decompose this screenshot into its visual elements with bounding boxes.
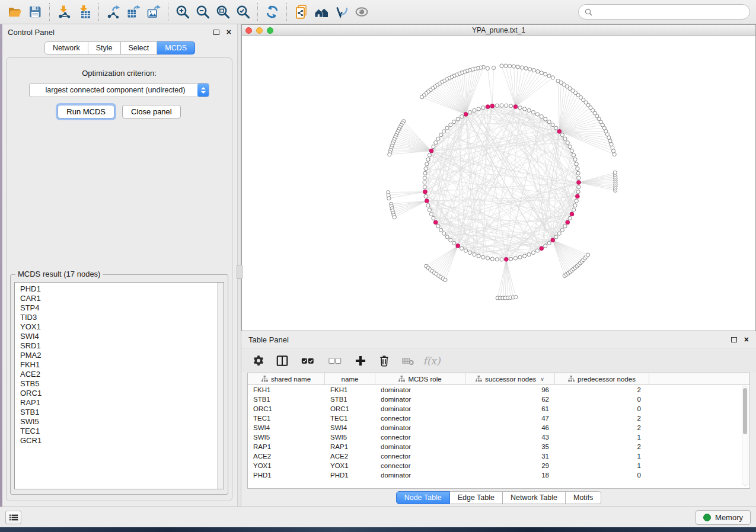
cell-shared_name: SWI5 [248, 432, 325, 442]
mcds-result-item[interactable]: ORC1 [20, 389, 224, 398]
criterion-value: largest connected component (undirected) [30, 86, 197, 94]
cell-mcds_role: connector [375, 451, 465, 461]
mcds-result-item[interactable]: ACE2 [20, 370, 224, 379]
cell-successor: 35 [465, 442, 555, 451]
table-row[interactable]: SWI5SWI5connector431 [248, 432, 749, 442]
zoom-selected-button[interactable] [233, 2, 253, 21]
tab-style[interactable]: Style [88, 41, 121, 55]
zoom-out-button[interactable] [193, 2, 213, 21]
tab-select[interactable]: Select [121, 41, 158, 55]
mcds-result-item[interactable]: SWI4 [20, 332, 224, 341]
mcds-result-item[interactable]: SWI5 [20, 417, 224, 427]
column-header-successor-nodes[interactable]: successor nodes∨ [465, 373, 555, 384]
run-mcds-button[interactable]: Run MCDS [58, 105, 114, 118]
table-tab-motifs[interactable]: Motifs [566, 491, 601, 504]
add-column-button[interactable] [352, 352, 369, 370]
network-window-titlebar[interactable]: YPA_prune.txt_1 [242, 25, 755, 36]
table-row[interactable]: ORC1ORC1dominator610 [248, 404, 749, 414]
mcds-result-list[interactable]: PHD1CAR1STP4TID3YOX1SWI4SRD1PMA2FKH1ACE2… [14, 282, 224, 489]
refresh-button[interactable] [262, 2, 282, 21]
sort-desc-icon: ∨ [540, 376, 544, 382]
home-button[interactable] [311, 2, 331, 21]
cell-mcds_role: dominator [375, 395, 465, 404]
settings-button[interactable] [250, 352, 267, 370]
list-icon [9, 514, 18, 521]
control-panel: Control Panel × NetworkStyleSelectMCDS O… [2, 24, 237, 507]
mcds-result-item[interactable]: STB5 [20, 379, 224, 389]
search-input[interactable] [595, 8, 744, 16]
function-builder-button: f(x) [423, 352, 441, 370]
column-header-shared-name[interactable]: shared name [248, 373, 325, 384]
mcds-result-item[interactable]: PHD1 [20, 284, 224, 294]
close-panel-button[interactable]: × [227, 29, 231, 35]
cell-predecessor: 1 [555, 432, 649, 442]
table-row[interactable]: ACE2ACE2connector311 [248, 451, 749, 461]
export-network-button[interactable] [103, 2, 123, 21]
save-session-button[interactable] [25, 2, 45, 21]
table-tab-node-table[interactable]: Node Table [396, 491, 450, 504]
share-document-button[interactable] [291, 2, 311, 21]
mcds-result-item[interactable]: SRD1 [20, 341, 224, 351]
search-field[interactable] [578, 4, 750, 20]
mcds-result-item[interactable]: RAP1 [20, 398, 224, 408]
list-scrollbar[interactable] [217, 283, 224, 489]
mcds-result-item[interactable]: PMA2 [20, 351, 224, 360]
table-panel-title: Table Panel [248, 335, 731, 344]
table-scrollbar[interactable] [742, 386, 748, 486]
criterion-dropdown[interactable]: largest connected component (undirected) [29, 83, 209, 97]
table-float-button[interactable] [731, 337, 737, 342]
tab-mcds[interactable]: MCDS [157, 41, 195, 55]
mcds-result-item[interactable]: CAR1 [20, 294, 224, 303]
cell-name: SWI5 [325, 432, 375, 442]
export-table-button[interactable] [123, 2, 143, 21]
zoom-in-button[interactable] [173, 2, 193, 21]
select-all-columns-button[interactable] [297, 352, 318, 370]
tab-network[interactable]: Network [44, 41, 88, 55]
mcds-result-item[interactable]: STP4 [20, 303, 224, 313]
export-image-button[interactable] [143, 2, 164, 21]
table-tab-network-table[interactable]: Network Table [503, 491, 566, 504]
mcds-result-item[interactable]: YOX1 [20, 322, 224, 332]
splitter-handle[interactable] [237, 265, 243, 279]
memory-button[interactable]: Memory [696, 510, 751, 525]
open-session-button[interactable] [5, 2, 25, 21]
search-icon [585, 8, 592, 16]
table-row[interactable]: RAP1RAP1dominator352 [248, 442, 749, 451]
mcds-result-item[interactable]: FKH1 [20, 360, 224, 370]
table-tab-edge-table[interactable]: Edge Table [450, 491, 503, 504]
float-window-button[interactable] [213, 30, 219, 35]
column-label: shared name [271, 376, 311, 383]
table-body: FKH1FKH1dominator962STB1STB1dominator620… [248, 385, 749, 480]
import-table-button[interactable] [74, 2, 94, 21]
table-row[interactable]: SWI4SWI4dominator462 [248, 423, 749, 432]
table-row[interactable]: TEC1TEC1connector472 [248, 414, 749, 423]
table-row[interactable]: YOX1YOX1connector291 [248, 461, 749, 470]
zoom-fit-button[interactable] [213, 2, 233, 21]
mcds-tab-content: Optimization criterion: largest connecte… [6, 57, 232, 501]
table-row[interactable]: PHD1PHD1dominator180 [248, 470, 749, 480]
column-header-name[interactable]: name [325, 373, 375, 384]
close-panel-action-button[interactable]: Close panel [122, 105, 181, 118]
show-graphics-details-button[interactable] [352, 2, 372, 21]
mcds-result-item[interactable]: TEC1 [20, 427, 224, 436]
table-row[interactable]: FKH1FKH1dominator962 [248, 385, 749, 395]
task-history-button[interactable] [5, 511, 21, 524]
table-close-button[interactable]: × [744, 336, 749, 342]
vertical-splitter[interactable] [237, 24, 241, 507]
mcds-result-item[interactable]: GCR1 [20, 436, 224, 446]
column-header-MCDS-role[interactable]: MCDS role [375, 373, 465, 384]
hide-graphics-details-button[interactable] [331, 2, 352, 21]
cell-successor: 46 [465, 423, 555, 432]
import-network-button[interactable] [54, 2, 74, 21]
toolbar-separator [286, 3, 287, 21]
mcds-result-item[interactable]: TID3 [20, 313, 224, 322]
mcds-result-item[interactable]: STB1 [20, 408, 224, 417]
table-row[interactable]: STB1STB1dominator620 [248, 395, 749, 404]
main-area: Control Panel × NetworkStyleSelectMCDS O… [0, 24, 756, 507]
column-header-predecessor-nodes[interactable]: predecessor nodes [555, 373, 649, 384]
table-scrollbar-thumb[interactable] [743, 388, 747, 434]
network-canvas[interactable] [242, 36, 755, 331]
split-panel-button[interactable] [273, 352, 291, 370]
delete-column-button[interactable] [375, 352, 393, 370]
deselect-all-columns-button[interactable] [324, 352, 346, 370]
